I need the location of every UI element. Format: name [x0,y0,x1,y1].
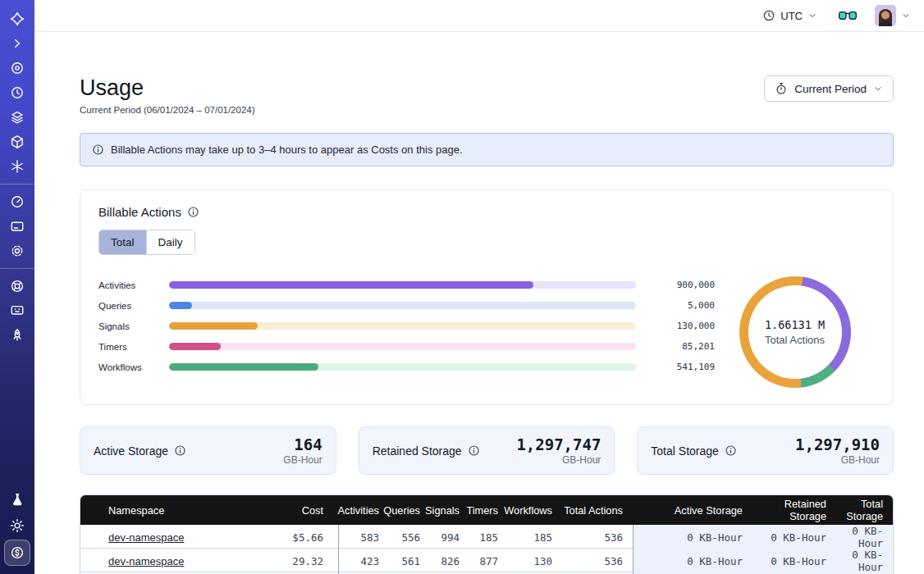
bar-row-queries: Queries5,000 [98,295,715,316]
sidebar-item-dollar-coin[interactable] [4,540,30,566]
storage-card-unit: GB-Hour [283,454,322,466]
sidebar-item-history-clock[interactable] [5,80,30,105]
sidebar-item-feedback-monitor[interactable] [5,298,30,323]
period-select-button[interactable]: Current Period [764,75,894,102]
page-title: Usage [80,75,255,101]
sidebar-item-lab-flask[interactable] [5,487,30,512]
sidebar-item-cube[interactable] [5,130,30,154]
sidebar-divider [0,268,34,269]
chevron-down-icon [873,84,883,93]
sidebar-item-sun[interactable] [5,513,30,538]
donut-total-value: 1.66131 M [765,318,825,331]
stopwatch-icon [775,82,788,95]
bar-track [169,302,636,309]
donut-center: 1.66131 M Total Actions [748,285,842,379]
billable-actions-title: Billable Actions [98,205,181,219]
account-menu[interactable] [875,5,911,26]
column-header-timers: Timers [469,495,508,525]
namespace-link[interactable]: dev-namespace [108,555,185,567]
chevron-down-icon [901,11,911,20]
retained-storage-card: Retained Storage1,297,747GB-Hour [359,426,615,475]
sidebar-item-gauge[interactable] [5,189,30,214]
bar-value: 541,109 [646,362,715,372]
lab-flask-icon [10,492,25,507]
bar-fill [169,302,192,309]
asterisk-icon [10,159,25,174]
info-icon[interactable] [725,444,737,457]
tab-daily[interactable]: Daily [146,230,194,254]
page-content: Usage Current Period (06/01/2024 – 07/01… [34,32,924,574]
bar-label: Workflows [98,362,159,372]
table-cell-total_storage: 0 KB-Hour [836,549,893,573]
table-cell-retained_storage: 0 KB-Hour [752,525,836,549]
bar-track [169,322,636,330]
table-row: dev-namespace$5.665835569941851855360 KB… [80,525,893,549]
bar-label: Queries [98,301,159,311]
table-cell-active_storage: 0 KB-Hour [633,525,752,549]
column-header-total_storage: Total Storage [836,495,893,525]
table-cell-total_storage: 0 KB-Hour [836,525,893,549]
sidebar-group [0,7,34,179]
glasses-icon[interactable] [839,11,857,21]
billable-bar-chart: Activities900,000Queries5,000Signals130,… [98,275,715,377]
table-cell-workflows: 130 [508,549,562,573]
layers-icon [10,110,25,125]
info-icon[interactable] [468,444,480,457]
table-cell-signals: 826 [430,549,469,573]
life-ring-icon [10,279,25,294]
bar-row-signals: Signals130,000 [98,316,715,336]
bar-value: 85,201 [646,341,715,352]
bar-value: 900,000 [646,280,715,290]
chevron-down-icon [807,11,817,20]
storage-card-label: Retained Storage [373,444,462,458]
info-icon[interactable] [174,444,186,457]
table-cell-activities: 423 [338,549,389,573]
column-header-activities: Activities [338,495,389,525]
sidebar-item-expand-chevron[interactable] [5,31,30,56]
period-button-label: Current Period [794,83,867,95]
info-icon[interactable] [187,206,199,218]
bar-fill [169,363,318,371]
temporal-logo-icon [10,11,25,26]
table-cell-timers: 877 [469,549,508,573]
bar-fill [169,343,221,350]
tab-total[interactable]: Total [99,230,146,254]
cube-icon [10,134,25,149]
table-cell-signals: 994 [430,525,469,549]
storage-card-label: Total Storage [651,444,719,458]
timezone-selector[interactable]: UTC [762,9,817,22]
table-cell-timers: 185 [469,525,508,549]
column-header-retained_storage: Retained Storage [752,495,836,525]
timezone-label: UTC [780,10,803,22]
table-header-row: NamespaceCostActivitiesQueriesSignalsTim… [80,495,893,525]
sidebar-item-billing-card[interactable] [5,214,30,239]
sidebar-item-life-ring[interactable] [5,274,30,298]
page-subtitle: Current Period (06/01/2024 – 07/01/2024) [80,105,255,115]
sidebar-item-layers[interactable] [5,105,30,130]
bar-fill [169,281,533,289]
info-banner: Billable Actions may take up to 3–4 hour… [80,133,894,166]
rocket-icon [10,328,25,343]
table-cell-queries: 556 [389,525,430,549]
column-header-workflows: Workflows [508,495,562,525]
namespaces-spiral-icon [10,61,25,75]
table-row: dev-namespace29.324235618268771305360 KB… [80,549,893,572]
sidebar-item-gear[interactable] [5,239,30,263]
sidebar-item-namespaces-spiral[interactable] [5,56,30,80]
column-header-signals: Signals [430,495,469,525]
total-actions-donut-chart: 1.66131 M Total Actions [739,276,851,388]
namespace-link[interactable]: dev-namespace [108,531,185,544]
info-icon [92,144,104,156]
bar-track [169,281,636,289]
bar-value: 5,000 [646,300,715,311]
table-cell-active_storage: 0 KB-Hour [633,549,752,573]
sidebar-item-temporal-logo[interactable] [5,7,30,31]
storage-summary-row: Active Storage164GB-HourRetained Storage… [80,426,894,475]
table-cell-total_actions: 536 [562,525,633,549]
sidebar-item-asterisk[interactable] [5,154,30,179]
active-storage-card: Active Storage164GB-Hour [80,426,336,475]
sidebar-group [0,189,34,263]
storage-card-unit: GB-Hour [795,454,880,466]
sidebar-item-rocket[interactable] [5,323,30,348]
avatar[interactable] [875,5,896,26]
